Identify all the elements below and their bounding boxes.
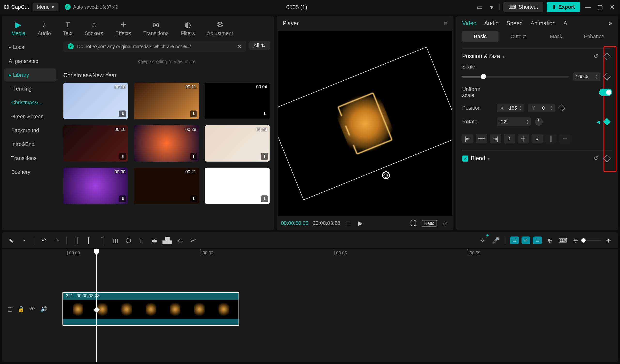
- sidebar-item-transitions[interactable]: Transitions: [4, 152, 56, 165]
- trim-right-tool[interactable]: ⎤: [97, 235, 108, 245]
- download-icon[interactable]: ⬇: [190, 153, 197, 160]
- sidebar-item-green-screen[interactable]: Green Screen: [4, 110, 56, 123]
- media-thumbnail[interactable]: 00:11⬇: [134, 83, 199, 119]
- media-thumbnail[interactable]: ⬇: [205, 168, 270, 204]
- blend-checkbox[interactable]: ✓: [462, 155, 468, 161]
- scale-slider[interactable]: [462, 76, 569, 77]
- sidebar-item-ai-generated[interactable]: AI generated: [4, 55, 56, 68]
- subtab-mask[interactable]: Mask: [538, 31, 574, 42]
- crop-tool[interactable]: ◫: [110, 235, 121, 245]
- list-icon[interactable]: ☰: [345, 219, 352, 227]
- sidebar-item-local[interactable]: ▸ Local: [4, 41, 56, 54]
- media-thumbnail[interactable]: 00:48⬇: [205, 125, 270, 161]
- keyframe-diamond[interactable]: [603, 73, 611, 80]
- align-center-h-button[interactable]: ⟷: [476, 134, 487, 143]
- media-thumbnail[interactable]: 00:21⬇: [134, 168, 199, 204]
- rotate-input[interactable]: -22° ▴▾: [497, 117, 531, 126]
- spinner-icon[interactable]: ▴▾: [551, 105, 552, 110]
- mask-tool[interactable]: ⬡: [123, 235, 133, 245]
- filter-all-button[interactable]: All ⇅: [249, 41, 270, 50]
- play-button[interactable]: ▶: [357, 219, 364, 227]
- media-thumbnail[interactable]: 00:04⬇: [205, 83, 270, 119]
- media-tab-audio[interactable]: ♪Audio: [32, 18, 56, 38]
- track-mute-icon[interactable]: 🔊: [40, 305, 48, 313]
- media-thumbnail[interactable]: 00:10⬇: [63, 125, 128, 161]
- fullscreen-icon[interactable]: ⤢: [441, 219, 449, 227]
- download-icon[interactable]: ⬇: [261, 110, 268, 117]
- sidebar-item-background[interactable]: Background: [4, 124, 56, 137]
- sidebar-item-intro-end[interactable]: Intro&End: [4, 138, 56, 151]
- undo-button[interactable]: ↶: [39, 235, 49, 245]
- download-icon[interactable]: ⬇: [261, 195, 268, 202]
- keyframe-diamond[interactable]: [558, 104, 566, 112]
- track-visibility-icon[interactable]: 👁: [29, 305, 36, 313]
- media-tab-media[interactable]: ▶Media: [6, 18, 31, 38]
- playhead[interactable]: [96, 249, 97, 362]
- spinner-icon[interactable]: ▴▾: [596, 74, 597, 79]
- sidebar-item-christmas-[interactable]: Christmas&...: [4, 96, 56, 109]
- reset-icon[interactable]: ↺: [594, 53, 598, 59]
- split-tool[interactable]: ⎮⎮: [71, 235, 82, 245]
- align-top-button[interactable]: ⤒: [504, 134, 515, 143]
- zoom-out-button[interactable]: ⊖: [571, 235, 581, 245]
- layout-icon[interactable]: ▭: [475, 3, 484, 11]
- track-lock-icon[interactable]: 🔒: [17, 305, 25, 313]
- subtab-enhance[interactable]: Enhance: [576, 31, 612, 42]
- shortcut-button[interactable]: ⌨ Shortcut: [504, 2, 543, 12]
- media-tab-stickers[interactable]: ☆Stickers: [79, 18, 108, 38]
- minimize-button[interactable]: —: [583, 3, 592, 11]
- trim-left-tool[interactable]: ⎡: [84, 235, 94, 245]
- player-viewport[interactable]: ⟳: [278, 31, 452, 216]
- close-button[interactable]: ✕: [608, 3, 617, 11]
- reset-icon[interactable]: ↺: [594, 155, 598, 162]
- timeline-clip[interactable]: 321 00:00:03:28: [62, 292, 239, 326]
- download-icon[interactable]: ⬇: [119, 195, 126, 202]
- align-left-button[interactable]: |⇤: [462, 134, 473, 143]
- tool-dropdown[interactable]: ▾: [19, 235, 30, 245]
- marker-tool[interactable]: ⊕: [544, 235, 555, 245]
- maximize-button[interactable]: ▢: [596, 3, 604, 11]
- subtab-cutout[interactable]: Cutout: [500, 31, 536, 42]
- keyframe-diamond-active[interactable]: [603, 118, 611, 125]
- player-menu-icon[interactable]: ≡: [444, 20, 448, 26]
- uniform-scale-toggle[interactable]: [599, 89, 612, 96]
- rotate-dial[interactable]: [535, 118, 543, 126]
- download-icon[interactable]: ⬇: [119, 153, 126, 160]
- speed-tool[interactable]: ◉: [149, 235, 160, 245]
- crop2-tool[interactable]: ✂: [188, 235, 199, 245]
- rotate-handle-icon[interactable]: ⟳: [381, 170, 391, 180]
- preview-clip-bounds[interactable]: ⟳: [278, 46, 452, 200]
- sidebar-item-scenery[interactable]: Scenery: [4, 166, 56, 179]
- keyframe-diamond[interactable]: [603, 53, 611, 60]
- subtab-basic[interactable]: Basic: [462, 31, 498, 42]
- download-icon[interactable]: ⬇: [119, 110, 126, 117]
- snap-chip-3[interactable]: ▭: [533, 236, 542, 244]
- snap-chip-1[interactable]: ▭: [510, 236, 519, 244]
- media-tab-adjustment[interactable]: ⚙Adjustment: [202, 18, 238, 38]
- tab-more[interactable]: A: [563, 20, 567, 26]
- tab-audio[interactable]: Audio: [484, 20, 499, 26]
- keyboard-tool[interactable]: ⌨: [558, 235, 568, 245]
- align-bottom-button[interactable]: ⤓: [532, 134, 543, 143]
- zoom-in-button[interactable]: ⊕: [604, 235, 614, 245]
- sidebar-item-trending[interactable]: Trending: [4, 82, 56, 95]
- spinner-icon[interactable]: ▴▾: [527, 119, 528, 124]
- download-icon[interactable]: ⬇: [261, 153, 268, 160]
- sidebar-item-library[interactable]: ▸ Library: [4, 68, 56, 82]
- export-button[interactable]: ⬆ Export: [547, 2, 580, 12]
- scale-input[interactable]: 100% ▴▾: [573, 72, 600, 81]
- align-right-button[interactable]: ⇥|: [490, 134, 501, 143]
- magic-tool[interactable]: ✧: [477, 235, 488, 245]
- media-thumbnail[interactable]: 00:30⬇: [63, 168, 128, 204]
- snap-chip-2[interactable]: ⁜: [521, 236, 530, 244]
- media-thumbnail[interactable]: 00:10⬇: [63, 83, 128, 119]
- keyframe-prev-icon[interactable]: ◀: [597, 119, 600, 124]
- spinner-icon[interactable]: ▴▾: [520, 105, 521, 110]
- tab-speed[interactable]: Speed: [506, 20, 523, 26]
- ratio-button[interactable]: Ratio: [422, 220, 437, 226]
- media-thumbnail[interactable]: 00:28⬇: [134, 125, 199, 161]
- media-tab-filters[interactable]: ◐Filters: [176, 18, 200, 38]
- keyframe-diamond[interactable]: [603, 155, 611, 162]
- align-center-v-button[interactable]: ┼: [518, 134, 529, 143]
- menu-button[interactable]: Menu ▾: [32, 3, 58, 11]
